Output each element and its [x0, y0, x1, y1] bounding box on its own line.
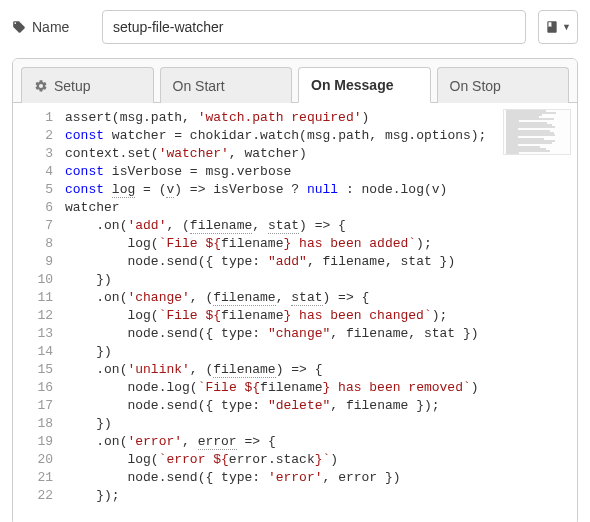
- line-number: 9: [13, 253, 53, 271]
- line-number: 4: [13, 163, 53, 181]
- line-number: 12: [13, 307, 53, 325]
- code-line: }): [65, 415, 577, 433]
- line-number: 1: [13, 109, 53, 127]
- line-number: 10: [13, 271, 53, 289]
- gear-icon: [34, 79, 48, 93]
- code-line: .on('error', error => {: [65, 433, 577, 451]
- code-line: });: [65, 487, 577, 505]
- line-number: 2: [13, 127, 53, 145]
- code-line: .on('add', (filename, stat) => {: [65, 217, 577, 235]
- tab-on-start[interactable]: On Start: [160, 67, 293, 103]
- line-number: 11: [13, 289, 53, 307]
- code-line: log(`File ${filename} has been changed`)…: [65, 307, 577, 325]
- code-line: .on('change', (filename, stat) => {: [65, 289, 577, 307]
- code-line: }): [65, 271, 577, 289]
- code-line: node.send({ type: "add", filename, stat …: [65, 253, 577, 271]
- book-icon: [545, 20, 559, 34]
- code-line: node.send({ type: 'error', error }): [65, 469, 577, 487]
- line-number: 19: [13, 433, 53, 451]
- tab-setup[interactable]: Setup: [21, 67, 154, 103]
- editor-panel: SetupOn StartOn MessageOn Stop 123456789…: [12, 58, 578, 522]
- code-line: watcher: [65, 199, 577, 217]
- tag-icon: [12, 20, 26, 34]
- code-line: const isVerbose = msg.verbose: [65, 163, 577, 181]
- code-line: log(`error ${error.stack}`): [65, 451, 577, 469]
- code-line: node.send({ type: "delete", filename });: [65, 397, 577, 415]
- caret-down-icon: ▼: [562, 22, 571, 32]
- line-number: 16: [13, 379, 53, 397]
- name-input[interactable]: [102, 10, 526, 44]
- line-number: 6: [13, 199, 53, 217]
- line-number: 20: [13, 451, 53, 469]
- line-number: 7: [13, 217, 53, 235]
- code-editor[interactable]: 12345678910111213141516171819202122 asse…: [13, 103, 577, 522]
- code-line: .on('unlink', (filename) => {: [65, 361, 577, 379]
- line-gutter: 12345678910111213141516171819202122: [13, 109, 65, 505]
- code-line: node.log(`File ${filename} has been remo…: [65, 379, 577, 397]
- code-content[interactable]: assert(msg.path, 'watch.path required')c…: [65, 109, 577, 505]
- code-line: context.set('watcher', watcher): [65, 145, 577, 163]
- tab-bar: SetupOn StartOn MessageOn Stop: [13, 59, 577, 103]
- code-line: assert(msg.path, 'watch.path required'): [65, 109, 577, 127]
- code-line: const log = (v) => isVerbose ? null : no…: [65, 181, 577, 199]
- tab-label: On Message: [311, 77, 393, 93]
- code-line: log(`File ${filename} has been added`);: [65, 235, 577, 253]
- code-line: node.send({ type: "change", filename, st…: [65, 325, 577, 343]
- tab-label: On Stop: [450, 78, 501, 94]
- tab-on-stop[interactable]: On Stop: [437, 67, 570, 103]
- line-number: 3: [13, 145, 53, 163]
- line-number: 5: [13, 181, 53, 199]
- line-number: 18: [13, 415, 53, 433]
- property-row-name: Name ▼: [12, 10, 578, 44]
- line-number: 17: [13, 397, 53, 415]
- line-number: 8: [13, 235, 53, 253]
- name-label-text: Name: [32, 19, 69, 35]
- code-line: }): [65, 343, 577, 361]
- tab-label: On Start: [173, 78, 225, 94]
- tab-on-message[interactable]: On Message: [298, 67, 431, 103]
- line-number: 21: [13, 469, 53, 487]
- code-line: const watcher = chokidar.watch(msg.path,…: [65, 127, 577, 145]
- name-label: Name: [12, 19, 90, 35]
- line-number: 22: [13, 487, 53, 505]
- library-menu-button[interactable]: ▼: [538, 10, 578, 44]
- tab-label: Setup: [54, 78, 91, 94]
- line-number: 14: [13, 343, 53, 361]
- line-number: 15: [13, 361, 53, 379]
- line-number: 13: [13, 325, 53, 343]
